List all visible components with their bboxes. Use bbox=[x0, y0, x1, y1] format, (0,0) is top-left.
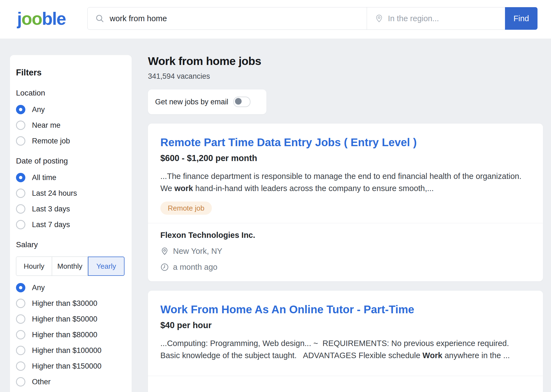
vacancies-count: 341,594 vacancies bbox=[148, 72, 543, 81]
job-description: ...The finance department is responsible… bbox=[160, 170, 531, 194]
job-posted: a month ago bbox=[173, 263, 217, 272]
job-title-link[interactable]: Work From Home As An Online Tutor - Part… bbox=[160, 303, 531, 316]
location-section-label: Location bbox=[16, 89, 126, 97]
salary-period-tabs: Hourly Monthly Yearly bbox=[16, 257, 125, 276]
radio-selected-icon[interactable] bbox=[16, 173, 25, 182]
radio-icon[interactable] bbox=[16, 299, 25, 308]
radio-label: Any bbox=[32, 284, 45, 292]
radio-label: Last 3 days bbox=[32, 205, 70, 213]
clock-icon bbox=[160, 263, 169, 271]
location-option-near-me[interactable]: Near me bbox=[16, 121, 126, 130]
filters-title: Filters bbox=[16, 68, 126, 78]
job-posted-row: a month ago bbox=[160, 263, 531, 272]
top-header: jooble Find bbox=[0, 0, 551, 39]
salary-section-label: Salary bbox=[16, 240, 126, 249]
salary-option-other[interactable]: Other bbox=[16, 377, 126, 386]
radio-icon[interactable] bbox=[16, 377, 25, 386]
email-subscribe-toggle[interactable] bbox=[233, 97, 250, 107]
job-salary: $600 - $1,200 per month bbox=[160, 153, 531, 163]
search-icon bbox=[95, 14, 104, 23]
radio-label: Other bbox=[32, 378, 51, 386]
radio-label: Any bbox=[32, 105, 45, 114]
radio-label: Remote job bbox=[32, 137, 70, 145]
radio-label: Higher than $150000 bbox=[32, 362, 101, 371]
salary-option-100000[interactable]: Higher than $100000 bbox=[16, 346, 126, 355]
date-option-last-7-days[interactable]: Last 7 days bbox=[16, 220, 126, 229]
salary-option-150000[interactable]: Higher than $150000 bbox=[16, 361, 126, 371]
email-subscribe-label: Get new jobs by email bbox=[155, 98, 228, 106]
tab-hourly[interactable]: Hourly bbox=[16, 257, 52, 276]
location-option-remote-job[interactable]: Remote job bbox=[16, 136, 126, 146]
job-location-row: New York, NY bbox=[160, 247, 531, 256]
date-option-last-3-days[interactable]: Last 3 days bbox=[16, 204, 126, 214]
location-pin-icon bbox=[375, 14, 383, 23]
radio-label: Near me bbox=[32, 121, 61, 130]
radio-icon[interactable] bbox=[16, 204, 25, 214]
date-option-all-time[interactable]: All time bbox=[16, 173, 126, 182]
region-input[interactable] bbox=[388, 14, 505, 23]
search-bar: Find bbox=[87, 7, 538, 30]
radio-label: Last 7 days bbox=[32, 220, 70, 229]
logo-segment: j bbox=[17, 9, 21, 29]
radio-label: Higher than $100000 bbox=[32, 346, 101, 355]
salary-option-50000[interactable]: Higher than $50000 bbox=[16, 314, 126, 324]
salary-option-80000[interactable]: Higher than $80000 bbox=[16, 330, 126, 339]
radio-label: All time bbox=[32, 173, 56, 182]
radio-icon[interactable] bbox=[16, 136, 25, 146]
map-pin-icon bbox=[160, 247, 169, 255]
job-location: New York, NY bbox=[173, 247, 222, 256]
tab-monthly[interactable]: Monthly bbox=[52, 257, 88, 276]
radio-selected-icon[interactable] bbox=[16, 283, 25, 292]
date-section-label: Date of posting bbox=[16, 157, 126, 165]
radio-icon[interactable] bbox=[16, 121, 25, 130]
company-name: Flexon Technologies Inc. bbox=[160, 231, 531, 240]
job-salary: $40 per hour bbox=[160, 320, 531, 330]
page-title: Work from home jobs bbox=[148, 55, 543, 68]
salary-option-any[interactable]: Any bbox=[16, 283, 126, 292]
logo-segment: oo bbox=[21, 9, 42, 29]
keyword-section bbox=[88, 7, 367, 29]
radio-icon[interactable] bbox=[16, 361, 25, 371]
radio-icon[interactable] bbox=[16, 330, 25, 339]
radio-icon[interactable] bbox=[16, 314, 25, 324]
results-column: Work from home jobs 341,594 vacancies Ge… bbox=[148, 55, 543, 392]
radio-selected-icon[interactable] bbox=[16, 105, 25, 114]
radio-icon[interactable] bbox=[16, 189, 25, 198]
radio-label: Higher than $30000 bbox=[32, 299, 97, 308]
radio-label: Higher than $50000 bbox=[32, 315, 97, 323]
email-subscribe-card: Get new jobs by email bbox=[148, 89, 266, 114]
radio-icon[interactable] bbox=[16, 220, 25, 229]
radio-icon[interactable] bbox=[16, 346, 25, 355]
radio-label: Higher than $80000 bbox=[32, 331, 97, 339]
find-button[interactable]: Find bbox=[505, 7, 538, 30]
radio-label: Last 24 hours bbox=[32, 189, 77, 198]
salary-option-30000[interactable]: Higher than $30000 bbox=[16, 299, 126, 308]
remote-job-tag: Remote job bbox=[160, 202, 212, 215]
filters-panel: Filters Location Any Near me Remote job … bbox=[10, 55, 132, 392]
toggle-knob bbox=[235, 98, 242, 105]
job-card: Work From Home As An Online Tutor - Part… bbox=[148, 291, 543, 392]
job-card: Remote Part Time Data Entry Jobs ( Entry… bbox=[148, 124, 543, 281]
logo-segment: ble bbox=[42, 9, 66, 29]
jooble-logo[interactable]: jooble bbox=[17, 6, 66, 31]
date-option-last-24-hours[interactable]: Last 24 hours bbox=[16, 189, 126, 198]
job-description: ...Computing: Programming, Web design...… bbox=[160, 337, 531, 361]
search-input[interactable] bbox=[110, 14, 367, 23]
tab-yearly[interactable]: Yearly bbox=[88, 257, 125, 276]
region-section bbox=[367, 7, 505, 29]
location-option-any[interactable]: Any bbox=[16, 105, 126, 114]
job-title-link[interactable]: Remote Part Time Data Entry Jobs ( Entry… bbox=[160, 136, 531, 149]
